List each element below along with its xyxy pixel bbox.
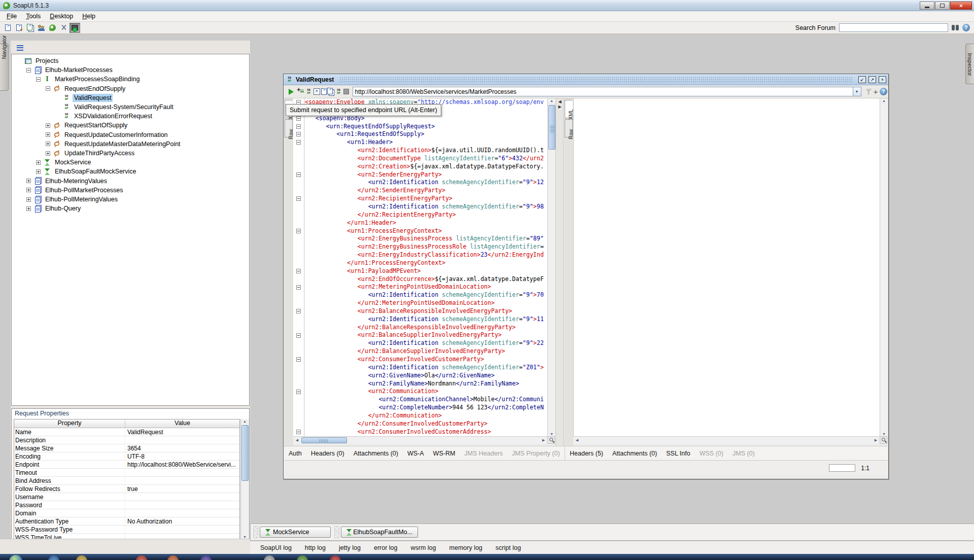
xml-line[interactable]: </urn2:BalanceSupplierInvolvedEnergyPart… [305,347,547,356]
fold-collapse-icon[interactable] [296,309,301,313]
property-value[interactable]: http://localhost:8080/WebService/servi..… [125,461,239,468]
help-icon[interactable]: ? [962,24,970,31]
xml-line[interactable]: <urn2:Identification>${=java.util.UUID.r… [305,147,547,155]
xml-line[interactable]: <urn2:Identification schemeAgencyIdentif… [305,316,547,324]
log-tab-http-log[interactable]: http log [305,544,326,551]
taskbar-icon[interactable] [167,555,179,560]
tree-item-mockservice[interactable]: MockService [36,158,93,167]
request-horizontal-scrollbar[interactable]: ◀ ▶ [293,436,547,444]
scroll-down-icon[interactable]: ▼ [241,535,249,539]
tree-item-label[interactable]: RequestUpdateCustomerInformation [63,131,169,139]
xml-line[interactable]: <urn1:Header> [305,138,547,147]
response-zoom-button[interactable] [880,436,887,444]
maximize-window-icon[interactable]: ↗ [868,76,876,83]
close-window-icon[interactable]: × [879,76,886,83]
add-to-testcase-icon[interactable] [297,87,304,96]
request-tab-auth[interactable]: Auth [289,450,302,457]
scroll-right-icon[interactable]: ▶ [872,438,880,442]
taskbar-icon[interactable] [76,555,87,560]
log-tab-soapui-log[interactable]: SoapUI log [260,544,292,551]
fold-collapse-icon[interactable] [296,196,301,201]
expand-icon[interactable] [26,179,31,183]
tree-item-label[interactable]: Projects [34,57,60,65]
fold-collapse-icon[interactable] [296,140,301,145]
tree-item-label[interactable]: RequestEndOfSupply [63,85,127,93]
scroll-up-icon[interactable]: ▲ [880,99,888,102]
xml-line[interactable]: </urn2:Communication> [305,412,547,420]
taskbar-icon[interactable] [264,555,275,560]
xml-line[interactable]: </urn2:BalanceResponsibleInvolvedEnergyP… [305,324,547,332]
xml-line[interactable]: <urn2:ConsumerInvolvedCustomerParty> [305,356,547,364]
xml-line[interactable]: <urn2:GivenName>Ola</urn2:GivenName> [305,372,547,380]
fold-collapse-icon[interactable] [296,269,301,273]
properties-scrollbar[interactable]: ▲ ▼ [240,419,249,539]
scroll-left-icon[interactable]: ◀ [293,438,301,442]
tree-item-label[interactable]: MockService [53,158,93,166]
menu-item-desktop[interactable]: Desktop [45,12,78,21]
request-vertical-scrollbar[interactable]: ▲ ▼ [547,98,555,436]
property-row-password[interactable]: Password [14,501,239,509]
scroll-down-icon[interactable]: ▼ [880,432,888,436]
property-row-authentication-type[interactable]: Authentication TypeNo Authorization [14,517,239,526]
recreate-request-icon[interactable] [314,87,320,96]
xml-line[interactable]: <urn2:Communication> [305,388,547,396]
property-row-message-size[interactable]: Message Size3654 [14,444,239,452]
log-tab-script-log[interactable]: script log [496,544,521,551]
fold-collapse-icon[interactable] [296,390,301,394]
xml-line[interactable]: <urn2:Identification schemeAgencyIdentif… [305,339,547,347]
xml-line[interactable]: <urn2:EnergyBusinessProcess listAgencyId… [305,235,547,243]
tree-item-marketprocessessoapbinding[interactable]: IMarketProcessesSoapBinding [36,75,141,84]
expand-icon[interactable] [36,160,41,165]
add-endpoint-icon[interactable]: + [873,87,879,96]
fold-collapse-icon[interactable] [296,116,301,121]
fold-collapse-icon[interactable] [296,172,301,177]
expand-icon[interactable] [36,169,41,174]
tree-item-validrequest-system-securityfault[interactable]: SOAPValidRequest-System/SecurityFault [55,102,175,112]
import-project-icon[interactable] [14,23,24,33]
tree-item-elhub-pollmeteringvalues[interactable]: Elhub-PollMeteringValues [26,195,119,204]
navigator-tab[interactable]: Navigator [0,44,9,91]
xml-line[interactable]: <urn2:CommunicationChannel>Mobile</urn2:… [305,396,547,404]
expand-icon[interactable] [46,142,50,146]
response-xml-editor[interactable] [573,98,880,436]
scrollbar-thumb[interactable] [548,105,555,150]
request-window-titlebar[interactable]: SOAP ValidRequest ↙ ↗ × [284,74,888,85]
tree-options-icon[interactable] [17,45,23,51]
tree-item-label[interactable]: Elhub-Query [44,204,82,213]
property-row-endpoint[interactable]: Endpointhttp://localhost:8080/WebService… [14,461,239,469]
scroll-down-icon[interactable]: ▼ [548,432,555,436]
tree-item-label[interactable]: UpdateThirdPartyAccess [63,149,136,157]
tree-item-label[interactable]: ValidRequest [73,94,113,102]
cancel-request-icon[interactable] [343,87,350,96]
search-forum-input[interactable] [839,23,948,32]
tree-item-requestendofsupply[interactable]: RequestEndOfSupply [46,84,127,93]
property-row-follow-redirects[interactable]: Follow Redirectstrue [14,485,239,493]
tree-item-requestupdatemasterdatameteringpoint[interactable]: RequestUpdateMasterDataMeteringPoint [46,139,182,149]
collapse-icon[interactable] [26,68,31,73]
property-row-wss-password-type[interactable]: WSS-Password Type [14,526,239,534]
dock-button-elhubsoapfault[interactable]: ElhubSoapFaultMo... [341,527,418,538]
xml-line[interactable]: <urn2:Identification schemeAgencyIdentif… [305,179,547,187]
response-raw-tab[interactable]: Raw [565,119,573,137]
tree-item-validrequest[interactable]: SOAPValidRequest [55,93,113,102]
tree-item-projects[interactable]: Projects [17,56,60,65]
launch-monitor-icon[interactable] [69,23,80,33]
close-button[interactable]: × [950,2,972,10]
scrollbar-thumb[interactable] [301,437,347,443]
property-value[interactable]: 3654 [125,445,239,452]
fold-collapse-icon[interactable] [296,124,301,129]
request-tab-ws-a[interactable]: WS-A [407,450,424,457]
menu-item-file[interactable]: File [2,12,21,21]
request-tab-ws-rm[interactable]: WS-RM [433,450,456,457]
xml-line[interactable]: <urn1:PayloadMPEvent> [305,267,547,275]
property-row-name[interactable]: NameValidRequest [14,428,239,436]
expand-icon[interactable] [46,132,50,137]
xml-line[interactable]: <urn2:BalanceResponsibleInvolvedEnergyPa… [305,307,547,316]
property-row-timeout[interactable]: Timeout [14,469,239,477]
expand-icon[interactable] [46,151,50,156]
xml-line[interactable]: <urn2:EnergyIndustryClassification>23</u… [305,251,547,259]
property-value[interactable]: ValidRequest [125,429,239,436]
collapse-icon[interactable] [46,86,50,91]
taskbar-icon[interactable] [136,555,147,560]
response-horizontal-scrollbar[interactable]: ◀ ▶ [573,436,880,444]
